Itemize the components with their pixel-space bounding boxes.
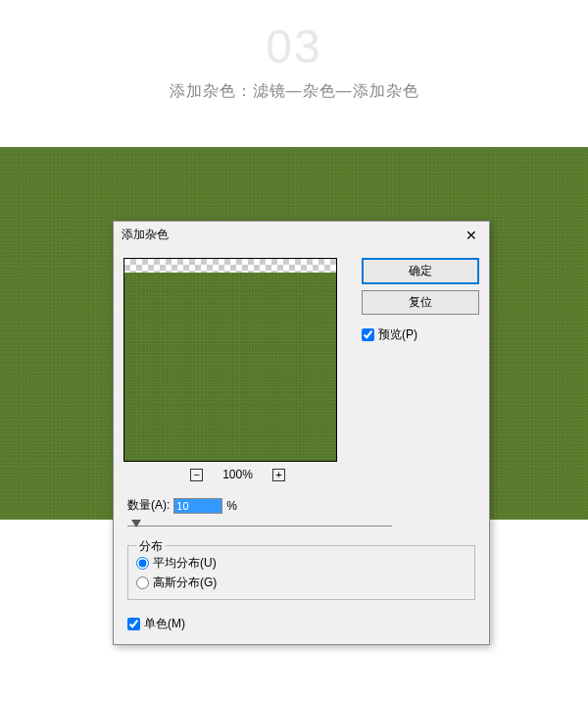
uniform-radio-label: 平均分布(U) [153,555,217,572]
preview-checkbox-row[interactable]: 预览(P) [362,326,479,343]
monochrome-checkbox-label: 单色(M) [144,616,185,632]
close-icon[interactable]: ✕ [462,227,481,243]
amount-unit: % [226,499,237,513]
preview-checkbox-label: 预览(P) [378,326,417,343]
slider-thumb[interactable] [131,520,141,527]
distribution-fieldset: 分布 平均分布(U) 高斯分布(G) [127,545,475,600]
monochrome-checkbox[interactable] [127,618,140,630]
gaussian-radio-label: 高斯分布(G) [153,575,217,591]
amount-label: 数量(A): [127,497,170,514]
preview-image [124,273,336,462]
distribution-legend: 分布 [136,538,166,555]
step-description: 添加杂色：滤镜—杂色—添加杂色 [0,81,588,102]
zoom-in-button[interactable]: + [272,469,285,481]
zoom-level: 100% [222,468,253,481]
amount-slider[interactable] [127,520,392,531]
zoom-out-button[interactable]: − [190,469,203,481]
dialog-titlebar: 添加杂色 ✕ [114,222,489,248]
dialog-title: 添加杂色 [122,226,169,243]
reset-button[interactable]: 复位 [362,290,479,315]
gaussian-radio[interactable] [136,576,149,589]
amount-input[interactable] [173,498,222,514]
add-noise-dialog: 添加杂色 ✕ − 100% + 确定 复位 预览(P) 数量(A): [113,221,490,645]
monochrome-checkbox-row[interactable]: 单色(M) [127,616,475,632]
uniform-radio[interactable] [136,557,149,570]
preview-area [123,258,337,462]
preview-checkbox[interactable] [362,328,374,341]
gaussian-radio-row[interactable]: 高斯分布(G) [136,575,466,591]
transparency-checker [124,259,336,273]
uniform-radio-row[interactable]: 平均分布(U) [136,555,466,572]
step-number: 03 [0,20,588,74]
ok-button[interactable]: 确定 [362,258,479,284]
